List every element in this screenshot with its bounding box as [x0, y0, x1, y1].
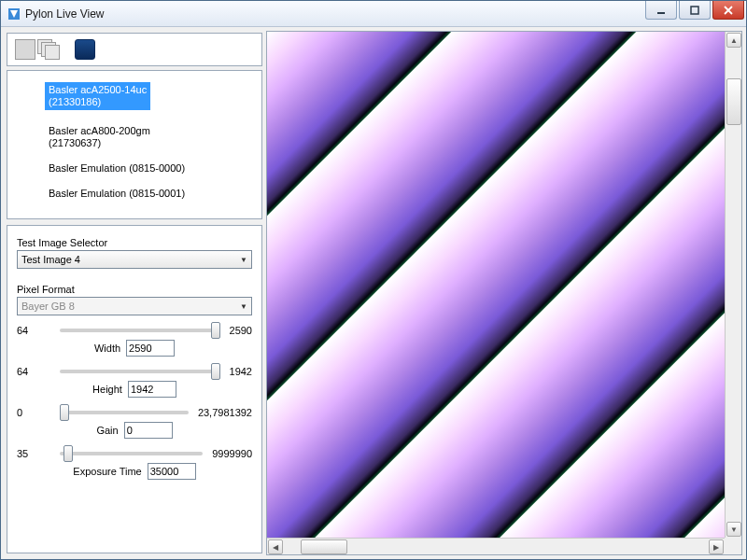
camera-list: Basler acA2500-14uc (21330186) Basler ac… — [7, 70, 262, 219]
vertical-scrollbar[interactable]: ▲ ▼ — [725, 32, 741, 538]
minimize-button[interactable] — [645, 1, 677, 20]
svg-rect-1 — [691, 7, 698, 14]
exposure-label: Exposure Time — [73, 466, 141, 477]
slider-thumb[interactable] — [211, 322, 220, 339]
camera-name: Basler acA2500-14uc — [49, 84, 147, 95]
height-max: 1942 — [230, 366, 252, 377]
chevron-down-icon: ▼ — [240, 256, 247, 264]
combo-value: Test Image 4 — [21, 254, 80, 265]
height-label: Height — [92, 384, 122, 395]
gain-slider-row: 0 23,7981392 — [17, 407, 252, 418]
slider-thumb[interactable] — [211, 363, 220, 380]
horizontal-scrollbar[interactable]: ◀ ▶ — [267, 538, 725, 554]
scroll-thumb[interactable] — [726, 78, 741, 125]
color-view-icon[interactable] — [75, 39, 95, 60]
pixel-format-label: Pixel Format — [17, 284, 252, 295]
multi-view-icon[interactable] — [37, 39, 62, 60]
combo-value: Bayer GB 8 — [21, 301, 75, 312]
width-slider[interactable] — [60, 329, 220, 332]
slider-thumb[interactable] — [60, 404, 69, 421]
width-input[interactable] — [126, 340, 175, 357]
scroll-right-button[interactable]: ▶ — [709, 539, 724, 554]
maximize-button[interactable] — [679, 1, 711, 20]
scroll-down-button[interactable]: ▼ — [726, 522, 741, 537]
exposure-input[interactable] — [148, 463, 196, 480]
test-image-selector-label: Test Image Selector — [17, 237, 252, 248]
app-icon — [7, 7, 21, 21]
width-label: Width — [94, 343, 120, 354]
height-slider-row: 64 1942 — [17, 366, 252, 377]
gain-slider[interactable] — [60, 411, 189, 414]
live-view-panel: ▲ ▼ ◀ ▶ — [266, 31, 742, 555]
slider-thumb[interactable] — [63, 445, 73, 462]
exposure-slider[interactable] — [60, 452, 203, 455]
width-min: 64 — [17, 325, 54, 336]
camera-item-0[interactable]: Basler acA2500-14uc (21330186) — [45, 82, 150, 110]
left-panel: Basler acA2500-14uc (21330186) Basler ac… — [5, 31, 264, 555]
height-slider[interactable] — [60, 370, 220, 373]
height-min: 64 — [17, 366, 54, 377]
titlebar: Pylon Live View — [1, 1, 746, 27]
scrollbar-corner — [725, 538, 741, 554]
single-view-icon[interactable] — [15, 39, 35, 60]
controls-panel: Test Image Selector Test Image 4 ▼ Pixel… — [7, 225, 262, 553]
camera-serial: (21730637) — [49, 137, 101, 148]
scroll-thumb[interactable] — [301, 539, 347, 554]
camera-name: Basler Emulation (0815-0000) — [49, 162, 185, 174]
camera-name: Basler Emulation (0815-0001) — [49, 188, 185, 199]
window-title: Pylon Live View — [25, 7, 645, 21]
width-max: 2590 — [230, 325, 252, 336]
gain-min: 0 — [17, 407, 54, 418]
close-button[interactable] — [712, 1, 744, 20]
test-image-selector-combo[interactable]: Test Image 4 ▼ — [17, 250, 252, 269]
chevron-down-icon: ▼ — [240, 302, 247, 311]
scroll-left-button[interactable]: ◀ — [268, 539, 283, 554]
width-slider-row: 64 2590 — [17, 325, 252, 336]
svg-rect-0 — [657, 12, 665, 14]
gain-input[interactable] — [124, 422, 173, 439]
camera-item-2[interactable]: Basler Emulation (0815-0000) — [45, 161, 256, 176]
exposure-max: 9999990 — [212, 448, 252, 459]
camera-serial: (21330186) — [49, 96, 101, 107]
gain-max: 23,7981392 — [198, 407, 252, 418]
gain-label: Gain — [96, 425, 118, 436]
height-input[interactable] — [128, 381, 176, 398]
exposure-slider-row: 35 9999990 — [17, 448, 252, 459]
pixel-format-combo: Bayer GB 8 ▼ — [17, 297, 252, 315]
live-view-image — [267, 32, 725, 538]
scroll-up-button[interactable]: ▲ — [726, 33, 741, 48]
camera-item-3[interactable]: Basler Emulation (0815-0001) — [45, 186, 256, 202]
exposure-min: 35 — [17, 448, 54, 459]
camera-item-1[interactable]: Basler acA800-200gm (21730637) — [45, 123, 256, 151]
view-toolbar — [7, 33, 262, 66]
camera-name: Basler acA800-200gm — [49, 125, 150, 136]
